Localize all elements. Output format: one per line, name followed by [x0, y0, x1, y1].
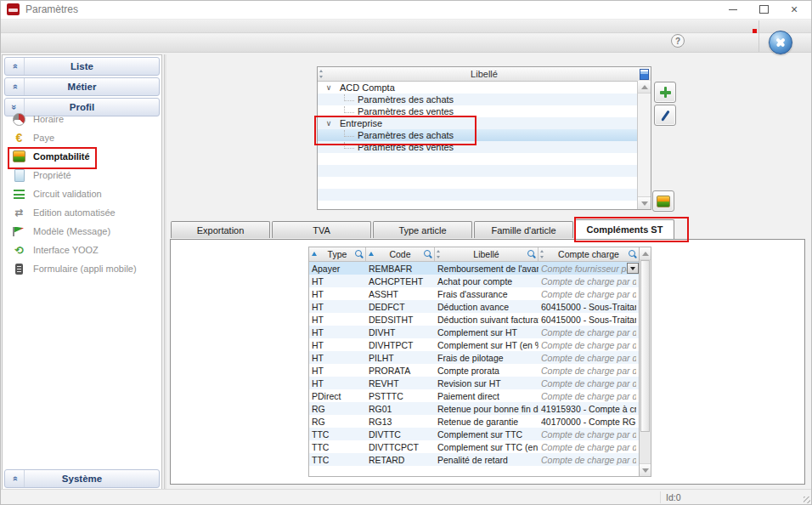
cell-compte-charge: Compte de charge par défaut: [539, 377, 639, 389]
sidebar-item-edition-automatisee[interactable]: ⇄Edition automatisée: [3, 203, 161, 222]
column-header-type[interactable]: Type: [309, 247, 366, 261]
table-row[interactable]: TTCDIVTTCComplement sur TTCCompte de cha…: [309, 428, 639, 440]
cell-libelle: Retenue de garantie: [435, 415, 539, 428]
chevron-up-icon: »: [5, 58, 25, 75]
cell-compte-charge: Compte de charge par défaut: [539, 275, 639, 287]
add-button[interactable]: [654, 82, 676, 103]
tab-complements-st[interactable]: Compléments ST: [575, 219, 674, 239]
table-row[interactable]: HTREVHTRevision sur HTCompte de charge p…: [309, 377, 639, 389]
search-icon[interactable]: [424, 250, 431, 257]
tree-item-label: Paramètres des ventes: [358, 142, 454, 152]
tree-item-entreprise[interactable]: ∨Entreprise: [318, 117, 638, 129]
cell-code: REMBAFR: [366, 262, 435, 275]
scroll-down-icon[interactable]: [638, 196, 651, 209]
cell-libelle: Complement sur TTC (en %): [435, 440, 539, 453]
tab-type-article[interactable]: Type article: [373, 221, 472, 238]
cell-compte-charge: Compte de charge par défaut: [539, 287, 639, 300]
cell-compte-charge: Compte de charge par défaut: [539, 364, 639, 377]
tree-scrollbar[interactable]: [637, 81, 651, 209]
sidebar-item-paye[interactable]: €Paye: [3, 128, 161, 147]
table-row[interactable]: RGRG13Retenue de garantie40170000 - Comp…: [309, 415, 639, 428]
tab-exportation[interactable]: Exportation: [171, 221, 270, 238]
sidebar-section-label: Métier: [5, 82, 159, 92]
table-row[interactable]: TTCDIVTTCPCTComplement sur TTC (en %)Com…: [309, 440, 639, 453]
table-row[interactable]: HTPRORATACompte prorataCompte de charge …: [309, 364, 639, 377]
pencil-icon: [661, 110, 669, 121]
tree-empty-row: [318, 177, 638, 189]
table-row[interactable]: RGRG01Retenue pour bonne fin de t...4191…: [309, 402, 639, 415]
tab-tva[interactable]: TVA: [272, 221, 371, 238]
column-header-label: Code: [389, 249, 410, 259]
exit-button[interactable]: [769, 31, 792, 54]
cell-libelle: Compte prorata: [435, 364, 539, 377]
compte-charge-value: 41915930 - Compte à créer: [541, 404, 636, 414]
sidebar-item-formulaire-appli-mobile[interactable]: Formulaire (appli mobile): [3, 259, 161, 278]
table-row[interactable]: PDirectPSTTTCPaiement directCompte de ch…: [309, 389, 639, 402]
resize-grip-icon[interactable]: [804, 496, 810, 503]
table-row[interactable]: HTDIVHTPCTComplement sur HT (en %)Compte…: [309, 338, 639, 351]
sidebar-item-horaire[interactable]: Horaire: [3, 110, 161, 128]
sidebar-section-systeme[interactable]: »Système: [4, 469, 160, 488]
cell-code: DIVHT: [366, 326, 435, 338]
search-icon[interactable]: [527, 250, 534, 257]
record-indicator-icon: [753, 29, 757, 33]
sidebar-item-interface-yooz[interactable]: ⟲Interface YOOZ: [3, 241, 161, 259]
tree-item-parametres-des-ventes[interactable]: Paramètres des ventes: [318, 141, 638, 153]
sidebar-items: Horaire€PayeComptabilitéPropriétéCircuit…: [3, 110, 161, 278]
column-header-label: Compte charge: [558, 249, 619, 259]
table-row[interactable]: HTASSHTFrais d'assuranceCompte de charge…: [309, 287, 639, 300]
cell-libelle: Complement sur HT: [435, 326, 539, 338]
column-chooser-icon[interactable]: [640, 69, 649, 80]
cell-type: HT: [309, 287, 366, 300]
tree-item-parametres-des-achats[interactable]: Paramètres des achats: [318, 94, 638, 105]
scroll-up-icon[interactable]: [638, 81, 651, 94]
sidebar-section-liste[interactable]: »Liste: [4, 57, 160, 76]
column-header-compte-charge[interactable]: Compte charge: [539, 247, 639, 261]
sidebar-splitter[interactable]: [164, 54, 166, 490]
search-icon[interactable]: [355, 250, 362, 257]
scroll-thumb[interactable]: [640, 260, 650, 432]
accounting-button[interactable]: [652, 190, 674, 212]
table-row[interactable]: ApayerREMBAFRRemboursement de l'avance..…: [309, 262, 639, 275]
tree-item-label: ACD Compta: [340, 82, 395, 93]
table-scrollbar[interactable]: [639, 247, 651, 477]
table-row[interactable]: HTACHCPTEHTAchat pour compteCompte de ch…: [309, 275, 639, 287]
compte-charge-value: Compte de charge par défaut: [541, 455, 636, 465]
sort-ascending-icon: [312, 252, 317, 256]
table-row[interactable]: HTDEDFCTDéduction avance60415000 - Sous-…: [309, 300, 639, 313]
toolbar-divider: [758, 20, 759, 52]
minimize-button[interactable]: [718, 0, 748, 19]
sidebar-section-metier[interactable]: »Métier: [4, 77, 160, 96]
table-row[interactable]: HTDEDSITHTDéduction suivant facturat...6…: [309, 313, 639, 326]
sidebar-item-label: Edition automatisée: [33, 207, 116, 218]
edit-button[interactable]: [654, 105, 676, 126]
table-row[interactable]: TTCRETARDPenalité de retardCompte de cha…: [309, 453, 639, 466]
sidebar-item-comptabilite[interactable]: Comptabilité: [3, 147, 161, 166]
cell-compte-charge: 60415000 - Sous-Traitance av: [539, 300, 639, 313]
table-body: ApayerREMBAFRRemboursement de l'avance..…: [309, 262, 639, 479]
table-row[interactable]: HTDIVHTComplement sur HTCompte de charge…: [309, 326, 639, 338]
sidebar-item-modele-message[interactable]: Modèle (Message): [3, 222, 161, 241]
tree-item-parametres-des-ventes[interactable]: Paramètres des ventes: [318, 105, 638, 117]
table-row[interactable]: HTPILHTFrais de pilotageCompte de charge…: [309, 351, 639, 364]
search-icon[interactable]: [629, 250, 635, 257]
tab-famille-d-article[interactable]: Famille d'article: [474, 221, 573, 238]
help-icon[interactable]: ?: [671, 34, 685, 48]
scroll-down-icon[interactable]: [640, 463, 651, 476]
column-header-code[interactable]: Code: [366, 247, 435, 261]
cell-type: TTC: [309, 440, 366, 453]
sidebar-item-circuit-validation[interactable]: Circuit validation: [3, 184, 161, 203]
sidebar-item-propriete[interactable]: Propriété: [3, 166, 161, 184]
sidebar-item-label: Horaire: [33, 114, 64, 124]
tree-item-acd-compta[interactable]: ∨ACD Compta: [318, 82, 638, 94]
maximize-button[interactable]: [748, 0, 779, 19]
checklist-icon: [14, 190, 25, 199]
tree-column-header[interactable]: Libellé: [318, 67, 651, 82]
column-header-label: Type: [328, 249, 347, 259]
close-button[interactable]: ×: [779, 0, 809, 19]
scroll-up-icon[interactable]: [640, 247, 651, 260]
dropdown-arrow-icon[interactable]: [627, 263, 639, 274]
column-header-libelle[interactable]: Libellé: [435, 247, 539, 261]
tree-item-parametres-des-achats[interactable]: Paramètres des achats: [318, 129, 638, 141]
sidebar-item-label: Comptabilité: [33, 151, 90, 162]
